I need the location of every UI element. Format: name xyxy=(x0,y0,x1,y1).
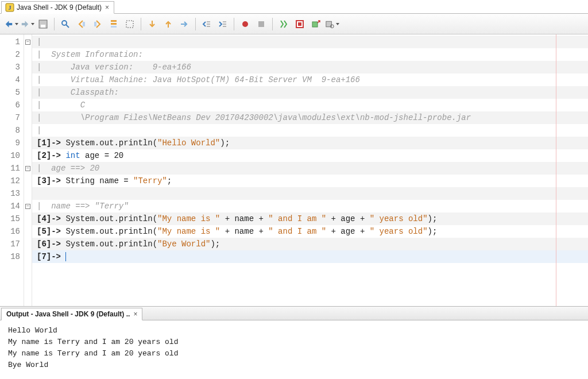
line-number: 5 xyxy=(0,86,24,99)
toolbar-separator xyxy=(234,18,234,30)
svg-rect-9 xyxy=(111,23,117,25)
line-number: 17 xyxy=(0,238,24,250)
fold-toggle-icon[interactable]: − xyxy=(25,204,30,209)
fold-gutter: −−− xyxy=(24,34,32,306)
line-number: 13 xyxy=(0,187,24,200)
fold-cell xyxy=(24,187,32,200)
line-number: 12 xyxy=(0,175,24,187)
line-number: 14 xyxy=(0,200,24,212)
code-line[interactable] xyxy=(32,187,588,200)
svg-rect-6 xyxy=(83,22,85,26)
output-tabbar: Output - Java Shell - JDK 9 (Default) ..… xyxy=(0,307,588,320)
line-number: 3 xyxy=(0,61,24,74)
code-line[interactable]: [1]-> System.out.println("Hello World"); xyxy=(32,137,588,149)
bookmarks-button[interactable] xyxy=(106,17,121,32)
code-line[interactable]: [7]-> xyxy=(32,250,588,263)
code-line[interactable]: | Virtual Machine: Java HotSpot(TM) 64-B… xyxy=(32,74,588,86)
code-line[interactable]: | age ==> 20 xyxy=(32,162,588,175)
fold-cell xyxy=(24,86,32,99)
line-number: 1 xyxy=(0,36,24,48)
toolbar-separator xyxy=(54,18,55,30)
line-number: 8 xyxy=(0,124,24,137)
editor-tabbar: J Java Shell - JDK 9 (Default) × xyxy=(0,0,588,14)
code-line[interactable]: | C xyxy=(32,99,588,111)
close-icon[interactable]: × xyxy=(133,310,137,318)
close-icon[interactable]: × xyxy=(104,3,110,11)
output-tab[interactable]: Output - Java Shell - JDK 9 (Default) ..… xyxy=(1,308,142,320)
fold-cell xyxy=(24,48,32,61)
editor-tab-label: Java Shell - JDK 9 (Default) xyxy=(17,3,102,11)
fold-toggle-icon[interactable]: − xyxy=(25,166,30,171)
line-number: 18 xyxy=(0,250,24,263)
output-line: Hello World xyxy=(8,325,580,337)
editor-toolbar xyxy=(0,14,588,34)
stop-run-button[interactable] xyxy=(292,17,307,32)
attach-button[interactable] xyxy=(308,17,323,32)
code-line[interactable]: [6]-> System.out.println("Bye World"); xyxy=(32,238,588,250)
search-button[interactable] xyxy=(58,17,73,32)
shift-down-button[interactable] xyxy=(145,17,160,32)
fold-toggle-icon[interactable]: − xyxy=(25,40,30,45)
svg-point-18 xyxy=(242,21,248,27)
line-number: 2 xyxy=(0,48,24,61)
code-line[interactable]: | xyxy=(32,36,588,48)
indent-button[interactable] xyxy=(215,17,230,32)
fold-cell: − xyxy=(24,200,32,212)
shift-right-button[interactable] xyxy=(177,17,192,32)
line-number: 10 xyxy=(0,149,24,162)
nav-back-button[interactable] xyxy=(74,17,89,32)
editor-tab[interactable]: J Java Shell - JDK 9 (Default) × xyxy=(1,1,114,14)
code-line[interactable]: | System Information: xyxy=(32,48,588,61)
code-line[interactable]: | xyxy=(32,124,588,137)
inspect-button[interactable] xyxy=(324,17,339,32)
svg-rect-11 xyxy=(126,21,133,28)
run-button[interactable] xyxy=(276,17,291,32)
stop-macro-button[interactable] xyxy=(254,17,269,32)
output-tab-label: Output - Java Shell - JDK 9 (Default) .. xyxy=(6,310,130,318)
history-prev-button[interactable] xyxy=(3,17,18,32)
code-line[interactable]: | Classpath: xyxy=(32,86,588,99)
fold-cell xyxy=(24,111,32,124)
shift-up-button[interactable] xyxy=(161,17,176,32)
svg-text:J: J xyxy=(9,5,11,11)
toolbar-separator xyxy=(272,18,273,30)
code-area[interactable]: || System Information:| Java version: 9-… xyxy=(32,34,588,306)
toolbar-separator xyxy=(141,18,141,30)
line-number: 7 xyxy=(0,111,24,124)
fold-cell xyxy=(24,149,32,162)
nav-forward-button[interactable] xyxy=(90,17,105,32)
fold-cell xyxy=(24,74,32,86)
record-macro-button[interactable] xyxy=(238,17,253,32)
output-body[interactable]: Hello WorldMy name is Terry and I am 20 … xyxy=(0,320,588,379)
svg-rect-22 xyxy=(312,22,318,27)
line-number: 4 xyxy=(0,74,24,86)
code-line[interactable]: [4]-> System.out.println("My name is " +… xyxy=(32,212,588,225)
svg-rect-10 xyxy=(111,26,117,28)
rectangular-select-button[interactable] xyxy=(122,17,137,32)
history-next-button[interactable] xyxy=(20,17,34,32)
line-number-gutter: 123456789101112131415161718 xyxy=(0,34,24,306)
code-line[interactable]: [2]-> int age = 20 xyxy=(32,149,588,162)
code-line[interactable]: | Java version: 9-ea+166 xyxy=(32,61,588,74)
svg-rect-8 xyxy=(111,20,117,22)
fold-cell xyxy=(24,175,32,187)
output-line: Bye World xyxy=(8,359,580,371)
code-line[interactable]: [5]-> System.out.println("My name is " +… xyxy=(32,225,588,238)
fold-cell xyxy=(24,137,32,149)
fold-cell: − xyxy=(24,162,32,175)
fold-cell xyxy=(24,61,32,74)
save-button[interactable] xyxy=(36,17,51,32)
code-line[interactable]: [3]-> String name = "Terry"; xyxy=(32,175,588,187)
fold-cell xyxy=(24,225,32,238)
svg-rect-19 xyxy=(258,21,264,27)
fold-cell xyxy=(24,99,32,111)
fold-cell xyxy=(24,238,32,250)
code-line[interactable]: | \Program Files\NetBeans Dev 2017042300… xyxy=(32,111,588,124)
print-margin xyxy=(556,34,556,306)
code-line[interactable]: | name ==> "Terry" xyxy=(32,200,588,212)
code-editor[interactable]: 123456789101112131415161718 −−− || Syste… xyxy=(0,34,588,307)
line-number: 16 xyxy=(0,225,24,238)
outdent-button[interactable] xyxy=(199,17,214,32)
line-number: 6 xyxy=(0,99,24,111)
line-number: 11 xyxy=(0,162,24,175)
